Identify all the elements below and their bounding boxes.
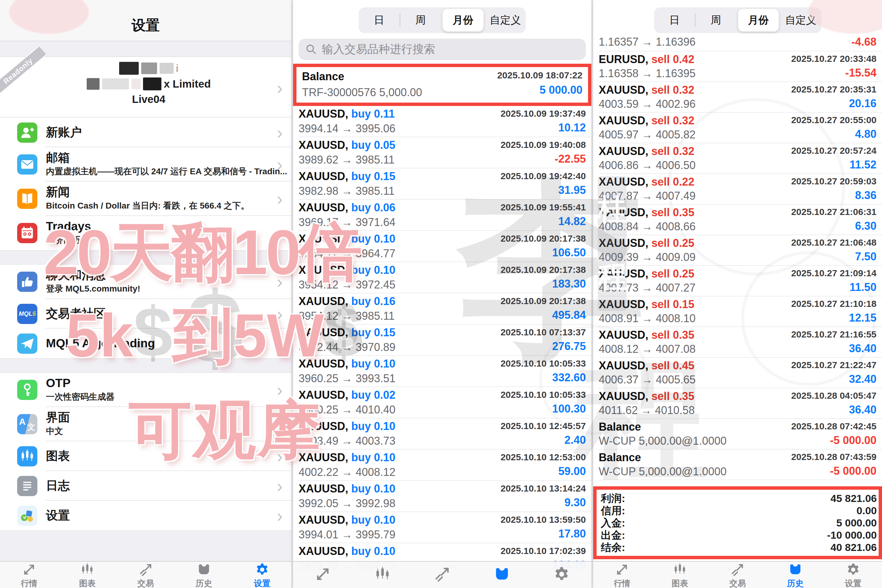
period-tab-0[interactable]: 日 bbox=[358, 8, 400, 33]
trade-row[interactable]: XAUUSD, sell 0.254009.39 → 4009.092025.1… bbox=[599, 235, 882, 266]
trade-row[interactable]: XAUUSD, sell 0.324005.97 → 4005.822025.1… bbox=[599, 113, 882, 143]
tab-history[interactable] bbox=[472, 562, 532, 588]
trade-symbol: XAUUSD, buy 0.10 bbox=[298, 420, 395, 433]
trade-row[interactable]: XAUUSD, buy 0.053989.62 → 3985.112025.10… bbox=[298, 137, 591, 168]
trade-time: 2025.10.09 19:37:49 bbox=[500, 108, 586, 119]
period-segmented-control: 日周月份自定义 bbox=[593, 8, 882, 33]
settings-item-tradays[interactable]: Tradays经济日历› bbox=[0, 216, 291, 250]
tab-charts[interactable]: 图表 bbox=[651, 562, 709, 588]
trade-row[interactable]: XAUUSD, sell 0.324006.86 → 4006.502025.1… bbox=[599, 143, 882, 174]
settings-item-new-account[interactable]: 新账户› bbox=[0, 118, 291, 147]
bottom-tab-bar: 行情图表交易历史设置 bbox=[593, 561, 882, 588]
tab-quotes[interactable]: 行情 bbox=[0, 562, 58, 588]
period-tab-1[interactable]: 周 bbox=[400, 8, 441, 33]
trade-symbol: XAUUSD, buy 0.10 bbox=[298, 482, 395, 495]
history-screen-2: 日周月份自定义 1.16357 → 1.16396 -4.68 EURUSD, … bbox=[593, 0, 882, 588]
summary-value: -10 000.00 bbox=[827, 529, 877, 541]
period-tab-0[interactable]: 日 bbox=[654, 8, 695, 33]
trade-row[interactable]: EURUSD, sell 0.421.16358 → 1.163952025.1… bbox=[599, 51, 882, 82]
trade-row[interactable]: XAUUSD, buy 0.104003.49 → 4003.732025.10… bbox=[298, 418, 591, 450]
trade-symbol: XAUUSD, sell 0.35 bbox=[599, 390, 695, 403]
account-row[interactable]: Readonly i x Limited Live04 › bbox=[0, 57, 291, 118]
trade-prices: 3969.17 → 3971.64 bbox=[298, 216, 395, 229]
tab-label: 历史 bbox=[787, 579, 804, 588]
summary-label: 结余: bbox=[601, 541, 625, 554]
period-tab-1[interactable]: 周 bbox=[696, 8, 736, 33]
trade-time: 2025.10.27 21:10:18 bbox=[791, 298, 876, 309]
balance-row[interactable]: Balance TRF-30000576 5,000.00 2025.10.09… bbox=[297, 67, 588, 103]
tab-trade[interactable]: 交易 bbox=[116, 562, 175, 588]
trade-row[interactable]: XAUUSD, sell 0.224007.87 → 4007.492025.1… bbox=[599, 174, 882, 205]
tab-charts[interactable] bbox=[353, 562, 412, 588]
trade-profit: 4.80 bbox=[855, 128, 876, 141]
period-tab-2[interactable]: 月份 bbox=[442, 9, 484, 32]
tab-charts[interactable]: 图表 bbox=[58, 562, 116, 588]
trade-row[interactable]: XAUUSD, buy 0.023960.25 → 4010.402025.10… bbox=[298, 387, 591, 418]
tab-quotes[interactable] bbox=[293, 562, 353, 588]
trade-row[interactable]: XAUUSD, buy 0.103954.12 → 3964.772025.10… bbox=[298, 231, 591, 262]
settings-item-charts[interactable]: 图表› bbox=[0, 441, 291, 471]
trade-row[interactable]: XAUUSD, sell 0.454006.37 → 4005.652025.1… bbox=[599, 358, 882, 388]
chevron-right-icon: › bbox=[277, 447, 283, 465]
trade-row[interactable]: XAUUSD, buy 0.113994.14 → 3995.062025.10… bbox=[298, 106, 591, 137]
trade-row[interactable]: XAUUSD, sell 0.354008.12 → 4007.082025.1… bbox=[599, 327, 882, 358]
trade-symbol: XAUUSD, buy 0.15 bbox=[298, 326, 395, 339]
trade-row[interactable]: XAUUSD, buy 0.103954.12 → 3972.452025.10… bbox=[298, 262, 591, 293]
settings-item-news[interactable]: 新闻Bitcoin Cash / Dollar 当日内: 看跌，在 566.4 … bbox=[0, 182, 291, 216]
trade-row[interactable]: XAUUSD, buy 0.103992.05 → 3992.982025.10… bbox=[298, 481, 591, 512]
tab-label: 行情 bbox=[614, 579, 630, 588]
trade-prices: 4002.22 → 4008.12 bbox=[298, 466, 395, 478]
balance-row[interactable]: BalanceW-CUP 5,000.00@1.00002025.10.28 0… bbox=[599, 419, 882, 450]
trade-row[interactable]: XAUUSD, buy 0.103994.01 → 3995.792025.10… bbox=[298, 512, 591, 543]
trade-prices: 4007.87 → 4007.49 bbox=[599, 190, 696, 202]
tab-settings[interactable] bbox=[532, 562, 591, 588]
trade-row[interactable]: XAUUSD, buy 0.103960.25 → 3993.512025.10… bbox=[298, 356, 591, 387]
partial-trade-row[interactable]: 1.16357 → 1.16396 -4.68 bbox=[599, 33, 882, 51]
tab-history[interactable]: 历史 bbox=[175, 562, 233, 588]
trade-time: 2025.10.09 20:17:38 bbox=[500, 265, 586, 275]
balance-row[interactable]: BalanceW-CUP 5,000.00@1.00002025.10.28 0… bbox=[599, 450, 882, 480]
trade-row[interactable]: XAUUSD, buy 0.153952.44 → 3970.892025.10… bbox=[298, 325, 591, 356]
trade-prices: 4005.97 → 4005.82 bbox=[599, 128, 696, 141]
chevron-right-icon: › bbox=[277, 124, 283, 141]
trade-symbol: XAUUSD, buy 0.11 bbox=[298, 108, 395, 120]
settings-item-mailbox[interactable]: 邮箱内置虚拟主机——现在可以 24/7 运行 EA 交易和信号 - Tradin… bbox=[0, 147, 291, 182]
settings-item-chat[interactable]: 聊天和消息登录 MQL5.community!› bbox=[0, 265, 291, 299]
trade-prices: 3992.05 → 3992.98 bbox=[298, 497, 395, 510]
tab-quotes[interactable]: 行情 bbox=[593, 562, 651, 588]
tab-history[interactable]: 历史 bbox=[766, 562, 824, 588]
trade-profit: 183.30 bbox=[552, 278, 586, 290]
period-tab-3[interactable]: 自定义 bbox=[485, 8, 526, 33]
tab-trade[interactable] bbox=[412, 562, 472, 588]
mail-icon bbox=[17, 154, 38, 175]
trade-symbol: XAUUSD, sell 0.22 bbox=[599, 176, 696, 188]
period-tab-2[interactable]: 月份 bbox=[738, 9, 779, 32]
settings-item-otp[interactable]: OTP一次性密码生成器› bbox=[0, 373, 291, 407]
tab-settings[interactable]: 设置 bbox=[233, 562, 291, 588]
tab-label: 交易 bbox=[729, 579, 746, 588]
trade-row[interactable]: XAUUSD, buy 0.104002.22 → 4008.122025.10… bbox=[298, 450, 591, 481]
tab-trade[interactable]: 交易 bbox=[709, 562, 766, 588]
trade-row[interactable]: XAUUSD, sell 0.254007.73 → 4007.272025.1… bbox=[599, 266, 882, 297]
settings-item-interface[interactable]: A文界面中文› bbox=[0, 407, 291, 441]
settings-item-algo-trading[interactable]: MQL5 Algo Trading› bbox=[0, 328, 291, 358]
trade-row[interactable]: XAUUSD, buy 0.163954.12 → 3985.112025.10… bbox=[298, 293, 591, 325]
period-tab-3[interactable]: 自定义 bbox=[780, 8, 821, 33]
history-icon bbox=[494, 566, 510, 584]
trade-row[interactable]: XAUUSD, sell 0.324003.59 → 4002.962025.1… bbox=[599, 82, 882, 113]
trade-history-list: XAUUSD, buy 0.113994.14 → 3995.062025.10… bbox=[293, 106, 591, 574]
trade-row[interactable]: XAUUSD, sell 0.354011.62 → 4010.582025.1… bbox=[599, 388, 882, 419]
trade-row[interactable]: XAUUSD, sell 0.154008.91 → 4008.102025.1… bbox=[599, 297, 882, 327]
item-label: 新闻 bbox=[46, 186, 291, 198]
summary-label: 信用: bbox=[601, 504, 625, 517]
tab-settings[interactable]: 设置 bbox=[824, 562, 882, 588]
settings-item-community[interactable]: MQL5交易者社区› bbox=[0, 299, 291, 328]
trade-symbol: XAUUSD, sell 0.32 bbox=[599, 114, 696, 127]
search-input[interactable]: 输入交易品种进行搜索 bbox=[298, 39, 586, 60]
settings-item-journal[interactable]: 日志› bbox=[0, 471, 291, 501]
trade-row[interactable]: XAUUSD, buy 0.153982.98 → 3985.112025.10… bbox=[298, 168, 591, 200]
settings-item-settings[interactable]: 设置› bbox=[0, 501, 291, 530]
trade-row[interactable]: XAUUSD, sell 0.354008.84 → 4008.662025.1… bbox=[599, 205, 882, 235]
chevron-right-icon: › bbox=[277, 415, 283, 433]
trade-row[interactable]: XAUUSD, buy 0.063969.17 → 3971.642025.10… bbox=[298, 200, 591, 231]
